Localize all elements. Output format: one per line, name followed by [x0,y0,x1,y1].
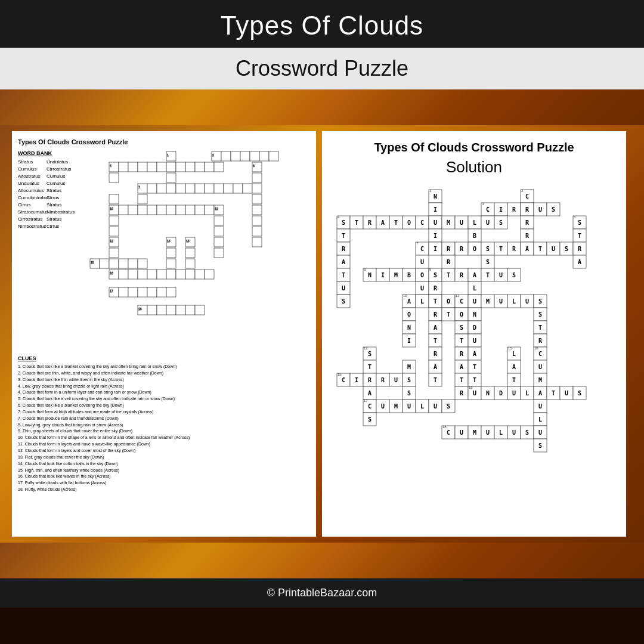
svg-text:O: O [460,311,463,318]
subtitle: Crossword Puzzle [0,56,644,81]
clues-section: CLUES 1. Clouds that look like a blanket… [18,355,310,493]
svg-text:L: L [538,416,542,423]
svg-text:10: 10 [403,294,407,298]
svg-rect-31 [157,184,166,193]
svg-text:10: 10 [110,207,113,210]
svg-text:A: A [460,364,463,370]
svg-text:T: T [368,364,371,370]
svg-text:T: T [578,233,581,239]
svg-text:C: C [538,351,542,357]
decor-top [0,89,644,125]
svg-text:15: 15 [338,373,342,376]
svg-text:U: U [420,285,424,292]
svg-text:R: R [525,233,530,239]
svg-text:T: T [394,219,398,226]
svg-rect-9 [269,151,278,161]
svg-rect-47 [119,205,128,215]
svg-rect-33 [176,184,185,193]
svg-text:S: S [460,324,463,331]
svg-text:C: C [420,246,424,252]
svg-text:6: 6 [253,164,255,168]
svg-rect-8 [259,151,269,161]
svg-text:C: C [342,377,345,383]
svg-rect-62 [252,216,262,225]
svg-rect-89 [119,270,128,279]
svg-text:S: S [538,311,542,318]
svg-text:L: L [512,351,516,357]
svg-rect-77 [214,248,224,258]
svg-rect-95 [176,270,185,279]
svg-text:1: 1 [167,153,169,157]
svg-text:16: 16 [469,386,473,389]
svg-text:U: U [552,246,555,252]
svg-rect-6 [240,151,250,161]
svg-text:T: T [355,219,358,226]
svg-text:T: T [460,377,463,383]
svg-text:M: M [538,377,542,383]
svg-text:I: I [499,206,503,213]
svg-rect-84 [138,259,147,268]
svg-text:12: 12 [110,239,113,243]
svg-text:M: M [473,429,476,436]
svg-text:N: N [486,390,490,397]
svg-rect-59 [252,205,262,215]
svg-rect-52 [166,205,176,215]
svg-text:C: C [460,298,463,305]
svg-text:A: A [434,324,437,331]
solution-label: Solution [329,158,619,177]
svg-text:I: I [434,233,437,239]
svg-text:U: U [538,403,542,410]
left-panel: Types Of Clouds Crossword Puzzle WORD BA… [12,131,316,537]
svg-text:S: S [499,219,503,226]
svg-text:L: L [499,429,503,436]
svg-rect-94 [166,270,176,279]
svg-text:U: U [499,272,503,278]
svg-text:A: A [342,259,345,265]
svg-text:T: T [342,233,345,239]
svg-text:I: I [434,246,437,252]
svg-rect-50 [147,205,157,215]
svg-text:B: B [473,233,476,239]
svg-rect-98 [205,270,214,279]
svg-rect-27 [252,173,262,182]
right-panel: Types Of Clouds Crossword Puzzle Solutio… [322,131,626,537]
svg-text:M: M [407,364,411,370]
svg-rect-51 [157,205,166,215]
svg-text:R: R [434,351,438,357]
svg-rect-41 [252,184,262,193]
svg-text:12: 12 [364,346,368,350]
svg-text:S: S [552,206,555,213]
svg-rect-4 [221,151,231,161]
svg-rect-104 [147,287,157,297]
svg-text:R: R [525,219,530,226]
svg-text:S: S [342,298,345,305]
svg-rect-105 [157,287,166,297]
svg-text:O: O [420,272,424,278]
svg-text:U: U [473,338,476,344]
svg-text:U: U [486,429,490,436]
svg-text:C: C [420,219,424,226]
svg-rect-109 [147,305,157,315]
svg-text:A: A [407,298,411,305]
svg-rect-39 [233,184,243,193]
svg-text:14: 14 [186,239,190,243]
svg-text:I: I [407,338,411,344]
svg-text:A: A [473,272,476,278]
svg-text:U: U [342,285,345,292]
word-bank-list: StratusCumulusAltostratusUndulatus Altoc… [18,159,70,230]
svg-rect-91 [138,270,147,279]
svg-rect-44 [252,194,262,204]
svg-text:C: C [525,193,529,200]
svg-text:R: R [434,311,438,318]
svg-text:A: A [538,390,542,397]
svg-rect-20 [195,162,205,172]
svg-rect-30 [147,184,157,193]
svg-rect-53 [176,205,185,215]
svg-text:O: O [473,246,476,252]
svg-text:7: 7 [138,185,140,189]
svg-text:A: A [525,246,529,252]
svg-text:U: U [499,298,503,305]
svg-text:17: 17 [364,399,368,402]
svg-text:R: R [460,390,464,397]
svg-text:17: 17 [110,289,113,293]
